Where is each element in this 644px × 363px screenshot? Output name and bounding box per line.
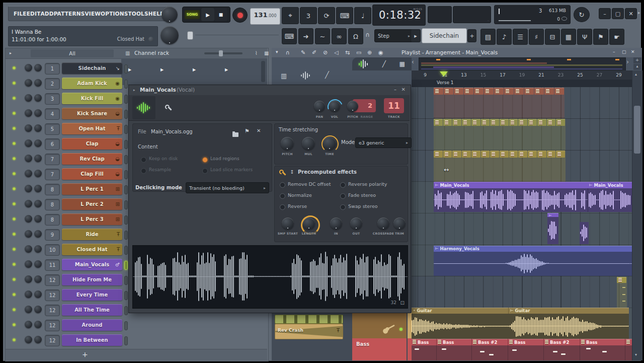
channel-number-badge[interactable]: 9 <box>45 229 60 241</box>
channel-volume-knob[interactable] <box>34 170 42 177</box>
pattern-block[interactable] <box>474 88 484 95</box>
pattern-block[interactable] <box>471 119 480 126</box>
channel-volume-knob[interactable] <box>34 109 42 117</box>
channel-volume-knob[interactable] <box>34 275 42 283</box>
delete-tool-icon[interactable]: ⊘ <box>323 49 328 56</box>
stretch-mode-dropdown[interactable]: e3 generic ▸ <box>355 137 412 148</box>
picker-cat-audio-icon[interactable] <box>301 70 311 81</box>
stop-button[interactable]: ■ <box>214 8 227 21</box>
song-mode-button[interactable]: SONG <box>185 10 200 19</box>
toggle-channel-rack-button[interactable]: ☰ <box>513 29 528 45</box>
channel-number-badge[interactable]: 2 <box>45 78 60 90</box>
toggle-plugin-database-button[interactable]: ▦ <box>561 29 576 45</box>
channel-pan-knob[interactable] <box>25 94 32 102</box>
channel-button[interactable]: ŦOpen Hat <box>62 123 122 134</box>
fit-icon[interactable]: ⊡ <box>400 300 405 306</box>
channel-target-indicator[interactable] <box>124 95 128 104</box>
pin-icon[interactable]: ↕ <box>290 169 294 175</box>
spectrum-panel[interactable]: ◦ <box>453 6 491 23</box>
pattern-block[interactable] <box>443 151 452 158</box>
pattern-block[interactable] <box>537 119 546 126</box>
pattern-block[interactable] <box>444 88 453 95</box>
channel-target-indicator[interactable] <box>124 170 128 179</box>
playlist-minimize-icon[interactable]: – <box>613 49 615 54</box>
pattern-clip-row[interactable] <box>434 88 565 118</box>
pattern-block[interactable] <box>443 119 452 126</box>
picker-cat-automation-icon[interactable]: ╱ <box>325 71 329 79</box>
fade-stereo-checkbox[interactable] <box>340 193 346 199</box>
pattern-clip-bass-partial[interactable] <box>625 339 632 360</box>
channel-enable-led[interactable] <box>13 248 16 251</box>
pattern-block[interactable] <box>617 277 626 283</box>
channel-target-indicator[interactable] <box>124 291 128 300</box>
pattern-block[interactable] <box>554 88 564 95</box>
clear-sample-icon[interactable]: ✕ <box>257 128 261 133</box>
pattern-clip-bass[interactable]: Bass #2 <box>544 339 580 360</box>
overview-expand-button[interactable]: ▴ <box>633 64 641 70</box>
playlist-track-lane[interactable] <box>412 213 632 245</box>
mute-tool-icon[interactable]: ◁ <box>334 49 338 56</box>
slide-button[interactable]: ~ <box>315 28 330 44</box>
channel-number-badge[interactable]: 12 <box>45 335 60 346</box>
pattern-block[interactable] <box>454 88 463 95</box>
channel-target-indicator[interactable] <box>124 64 128 74</box>
sync-button[interactable]: ↻ <box>574 7 590 22</box>
picker-item-pattern-green[interactable] <box>275 315 343 324</box>
playlist-overview-strip[interactable] <box>419 57 626 71</box>
channel-pan-knob[interactable] <box>25 215 32 223</box>
pattern-block[interactable] <box>452 119 461 126</box>
sample-waveform-preview[interactable]: 32 ⊡ <box>132 245 408 309</box>
channel-volume-knob[interactable] <box>34 306 42 313</box>
snap-magnet-icon[interactable]: ∩ <box>286 49 290 56</box>
graph-editor-icon[interactable]: ⌇ <box>255 50 258 56</box>
main-pitch-knob[interactable] <box>162 7 178 23</box>
playhead-marker[interactable] <box>440 71 448 77</box>
channel-enable-led[interactable] <box>13 97 16 100</box>
edit-sample-icon[interactable]: ⚑ <box>245 128 250 134</box>
channel-number-badge[interactable]: 7 <box>45 169 60 180</box>
snap-selector[interactable]: Step ▸ <box>374 29 414 42</box>
window-menu-icon[interactable]: ▸ <box>133 88 135 92</box>
channel-volume-knob[interactable] <box>34 215 42 223</box>
pattern-clip-bass[interactable]: Bass #2 <box>472 339 508 360</box>
pattern-clip-bass[interactable]: Bass <box>508 339 544 360</box>
stretch-pitch-knob[interactable] <box>281 137 294 150</box>
channel-number-badge[interactable]: 5 <box>45 123 60 135</box>
channel-pan-knob[interactable] <box>25 109 32 117</box>
pattern-block[interactable] <box>481 151 490 158</box>
picker-item-bass[interactable]: Bass <box>352 338 407 360</box>
pattern-clip-row[interactable] <box>434 151 566 182</box>
pattern-block[interactable] <box>556 151 565 158</box>
wait-for-input-button[interactable]: ⌖ <box>282 7 299 24</box>
channel-target-indicator[interactable] <box>124 155 128 164</box>
channel-number-badge[interactable]: 12 <box>45 305 60 316</box>
channel-volume-knob[interactable] <box>34 200 42 207</box>
channel-volume-knob[interactable] <box>34 94 42 102</box>
channel-button[interactable]: ◒Kick Snare <box>62 108 122 119</box>
channel-volume-knob[interactable] <box>34 260 42 268</box>
in-knob[interactable] <box>330 217 342 230</box>
menu-item-view[interactable]: VIEW <box>85 11 101 17</box>
channel-volume-knob[interactable] <box>34 155 42 162</box>
channel-button[interactable]: Around <box>62 319 122 331</box>
pattern-block[interactable] <box>544 88 554 95</box>
swap-stereo-checkbox[interactable] <box>340 204 346 210</box>
pattern-block[interactable] <box>556 119 565 126</box>
channel-enable-led[interactable] <box>13 217 16 221</box>
pattern-block[interactable] <box>494 88 504 95</box>
channel-enable-led[interactable] <box>13 233 16 236</box>
picker-item-partial[interactable] <box>408 313 412 338</box>
add-channel-button[interactable]: + <box>82 350 88 358</box>
channel-volume-knob[interactable] <box>34 64 42 71</box>
channel-button[interactable]: ⊞L Perc 2 <box>62 198 122 210</box>
pattern-block[interactable] <box>484 88 494 95</box>
channel-target-indicator[interactable] <box>124 246 128 255</box>
channel-filter-select[interactable]: All <box>31 49 114 57</box>
channel-enable-led[interactable] <box>13 293 16 296</box>
reverse-checkbox[interactable] <box>280 204 285 210</box>
pattern-selector[interactable]: Sidechain <box>422 28 467 43</box>
playlist-close-icon[interactable]: ✕ <box>631 49 635 54</box>
channel-number-badge[interactable]: 12 <box>45 289 60 301</box>
channel-target-indicator[interactable] <box>124 336 128 345</box>
playlist-track-lane[interactable] <box>412 276 632 308</box>
